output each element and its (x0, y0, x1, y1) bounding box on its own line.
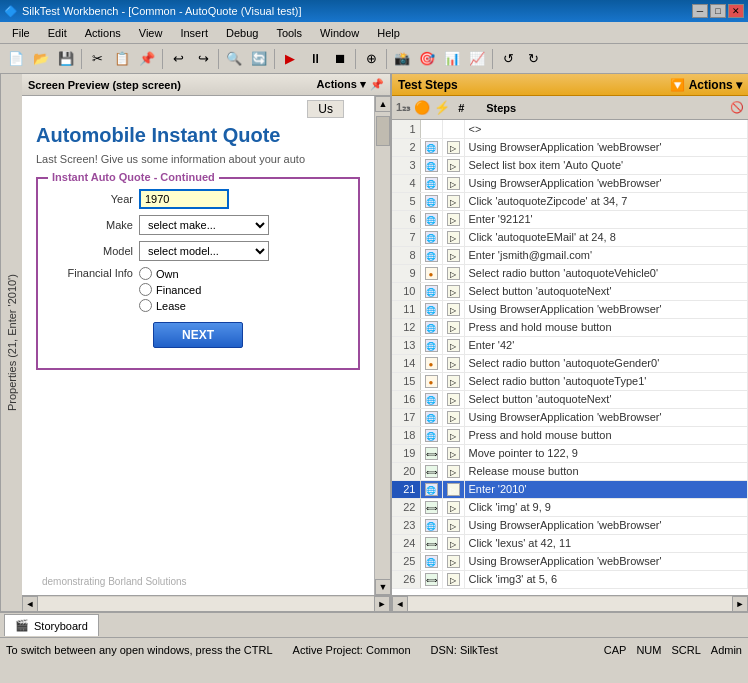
table-row[interactable]: 18 🌐 ▷ Press and hold mouse button (392, 426, 748, 444)
menu-view[interactable]: View (131, 25, 171, 41)
toolbar-b4[interactable]: 📈 (465, 47, 489, 71)
steps-hscroll-right[interactable]: ► (732, 596, 748, 612)
storyboard-tab[interactable]: 🎬 Storyboard (4, 614, 99, 636)
table-row[interactable]: 25 🌐 ▷ Using BrowserApplication 'webBrow… (392, 552, 748, 570)
step-number: 21 (392, 480, 420, 498)
toolbar-sep3 (218, 49, 219, 69)
toolbar-undo[interactable]: ↩ (166, 47, 190, 71)
close-button[interactable]: ✕ (728, 4, 744, 18)
toolbar-paste[interactable]: 📌 (135, 47, 159, 71)
maximize-button[interactable]: □ (710, 4, 726, 18)
step-number: 7 (392, 228, 420, 246)
table-row[interactable]: 9 ● ▷ Select radio button 'autoquoteVehi… (392, 264, 748, 282)
toolbar-replace[interactable]: 🔄 (247, 47, 271, 71)
step-number: 17 (392, 408, 420, 426)
steps-hscrollbar[interactable]: ◄ ► (392, 595, 748, 611)
table-row[interactable]: 20 ⟺ ▷ Release mouse button (392, 462, 748, 480)
toolbar-crosshair[interactable]: ⊕ (359, 47, 383, 71)
preview-hscrollbar[interactable]: ◄ ► (22, 595, 390, 611)
table-row[interactable]: 21 🌐 ▷ Enter '2010' (392, 480, 748, 498)
toolbar-b3[interactable]: 📊 (440, 47, 464, 71)
menu-insert[interactable]: Insert (172, 25, 216, 41)
toolbar-new[interactable]: 📄 (4, 47, 28, 71)
toolbar-redo[interactable]: ↪ (191, 47, 215, 71)
table-row[interactable]: 5 🌐 ▷ Click 'autoquoteZipcode' at 34, 7 (392, 192, 748, 210)
steps-filter-icon[interactable]: 🔽 (670, 78, 685, 92)
preview-actions-btn[interactable]: Actions ▾ (317, 78, 366, 91)
table-row[interactable]: 13 🌐 ▷ Enter '42' (392, 336, 748, 354)
menu-edit[interactable]: Edit (40, 25, 75, 41)
lease-radio[interactable] (139, 299, 152, 312)
menu-tools[interactable]: Tools (268, 25, 310, 41)
menu-file[interactable]: File (4, 25, 38, 41)
table-row[interactable]: 14 ● ▷ Select radio button 'autoquoteGen… (392, 354, 748, 372)
own-radio[interactable] (139, 267, 152, 280)
table-row[interactable]: 17 🌐 ▷ Using BrowserApplication 'webBrow… (392, 408, 748, 426)
title-bar: 🔷 SilkTest Workbench - [Common - AutoQuo… (0, 0, 748, 22)
table-row[interactable]: 26 ⟺ ▷ Click 'img3' at 5, 6 (392, 570, 748, 588)
menu-debug[interactable]: Debug (218, 25, 266, 41)
table-row[interactable]: 4 🌐 ▷ Using BrowserApplication 'webBrows… (392, 174, 748, 192)
year-input[interactable] (139, 189, 229, 209)
hscroll-left-btn[interactable]: ◄ (22, 596, 38, 612)
preview-content-area: Us Automobile Instant Quote Last Screen!… (22, 96, 390, 595)
steps-actions-btn[interactable]: Actions ▾ (689, 78, 742, 92)
scroll-thumb[interactable] (376, 116, 390, 146)
toolbar-open[interactable]: 📂 (29, 47, 53, 71)
steps-hscroll-left[interactable]: ◄ (392, 596, 408, 612)
toolbar-b2[interactable]: 🎯 (415, 47, 439, 71)
table-row[interactable]: 1 <> (392, 120, 748, 138)
table-row[interactable]: 10 🌐 ▷ Select button 'autoquoteNext' (392, 282, 748, 300)
minimize-button[interactable]: ─ (692, 4, 708, 18)
properties-sidebar[interactable]: Properties (21, Enter '2010') (0, 74, 22, 611)
toolbar-pause[interactable]: ⏸ (303, 47, 327, 71)
table-row[interactable]: 22 ⟺ ▷ Click 'img' at 9, 9 (392, 498, 748, 516)
toolbar-cut[interactable]: ✂ (85, 47, 109, 71)
step-text: Select list box item 'Auto Quote' (464, 156, 748, 174)
table-row[interactable]: 7 🌐 ▷ Click 'autoquoteEMail' at 24, 8 (392, 228, 748, 246)
next-button[interactable]: NEXT (153, 322, 243, 348)
menu-actions[interactable]: Actions (77, 25, 129, 41)
table-row[interactable]: 16 🌐 ▷ Select button 'autoquoteNext' (392, 390, 748, 408)
us-tab-label: Us (307, 100, 344, 118)
table-row[interactable]: 23 🌐 ▷ Using BrowserApplication 'webBrow… (392, 516, 748, 534)
toolbar-run[interactable]: ▶ (278, 47, 302, 71)
table-row[interactable]: 3 🌐 ▷ Select list box item 'Auto Quote' (392, 156, 748, 174)
scroll-up-btn[interactable]: ▲ (375, 96, 390, 112)
table-row[interactable]: 6 🌐 ▷ Enter '92121' (392, 210, 748, 228)
steps-icon2: ⚡ (434, 100, 450, 115)
status-admin: Admin (711, 644, 742, 656)
table-row[interactable]: 12 🌐 ▷ Press and hold mouse button (392, 318, 748, 336)
scroll-down-btn[interactable]: ▼ (375, 579, 390, 595)
toolbar-r1[interactable]: ↺ (496, 47, 520, 71)
table-row[interactable]: 11 🌐 ▷ Using BrowserApplication 'webBrow… (392, 300, 748, 318)
table-row[interactable]: 8 🌐 ▷ Enter 'jsmith@gmail.com' (392, 246, 748, 264)
financed-radio[interactable] (139, 283, 152, 296)
menu-window[interactable]: Window (312, 25, 367, 41)
model-row: Model select model... (53, 241, 343, 261)
hscroll-right-btn[interactable]: ► (374, 596, 390, 612)
toolbar-r2[interactable]: ↻ (521, 47, 545, 71)
toolbar-save[interactable]: 💾 (54, 47, 78, 71)
table-row[interactable]: 15 ● ▷ Select radio button 'autoquoteTyp… (392, 372, 748, 390)
steps-panel: Test Steps 🔽 Actions ▾ 1₂₃ 🟠 ⚡ # Steps 🚫… (392, 74, 748, 611)
table-row[interactable]: 19 ⟺ ▷ Move pointer to 122, 9 (392, 444, 748, 462)
step-text: Enter '2010' (464, 480, 748, 498)
steps-table: 1 <> 2 🌐 ▷ Using BrowserApplication 'web… (392, 120, 748, 595)
make-select[interactable]: select make... (139, 215, 269, 235)
toolbar-b1[interactable]: 📸 (390, 47, 414, 71)
step-icon1: ⟺ (420, 534, 442, 552)
preview-scrollbar[interactable]: ▲ ▼ (374, 96, 390, 595)
toolbar-sep2 (162, 49, 163, 69)
table-row[interactable]: 2 🌐 ▷ Using BrowserApplication 'webBrows… (392, 138, 748, 156)
toolbar-copy[interactable]: 📋 (110, 47, 134, 71)
step-icon2: ▷ (442, 534, 464, 552)
toolbar-stop[interactable]: ⏹ (328, 47, 352, 71)
table-row[interactable]: 24 ⟺ ▷ Click 'lexus' at 42, 11 (392, 534, 748, 552)
menu-help[interactable]: Help (369, 25, 408, 41)
preview-pin-btn[interactable]: 📌 (370, 78, 384, 91)
us-tab[interactable]: Us (307, 102, 344, 116)
toolbar-find[interactable]: 🔍 (222, 47, 246, 71)
steps-filter-clear[interactable]: 🚫 (730, 101, 744, 114)
model-select[interactable]: select model... (139, 241, 269, 261)
